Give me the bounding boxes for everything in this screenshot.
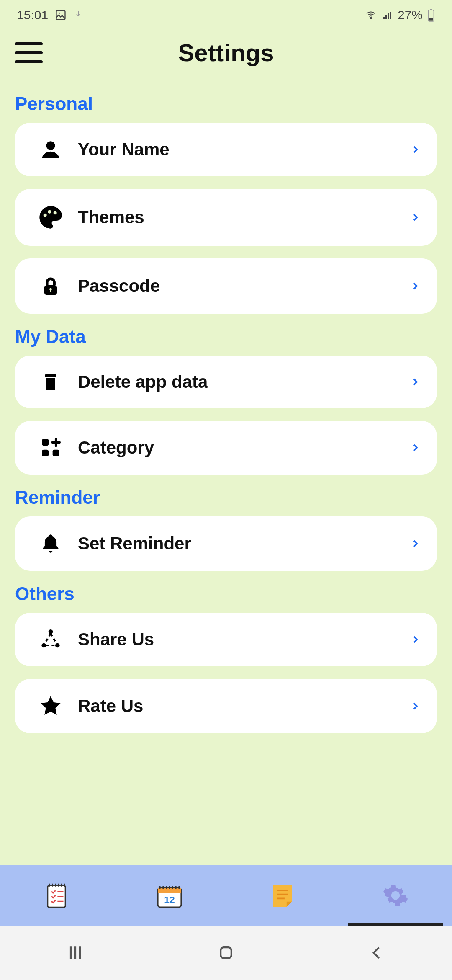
content: Personal Your Name Themes Passcode My Da… bbox=[0, 83, 452, 865]
bell-icon bbox=[40, 531, 62, 556]
share-icon bbox=[39, 628, 62, 651]
download-icon bbox=[73, 9, 83, 21]
row-rate-us[interactable]: Rate Us bbox=[15, 679, 437, 733]
svg-point-12 bbox=[48, 210, 51, 214]
page-title: Settings bbox=[15, 39, 437, 67]
gear-icon bbox=[383, 882, 408, 908]
svg-rect-9 bbox=[429, 18, 433, 21]
svg-rect-17 bbox=[45, 374, 56, 377]
wifi-icon bbox=[364, 10, 378, 20]
svg-point-11 bbox=[44, 214, 47, 217]
svg-rect-16 bbox=[50, 290, 51, 292]
chevron-right-icon bbox=[410, 698, 420, 714]
row-label: Share Us bbox=[69, 629, 410, 650]
svg-rect-20 bbox=[42, 450, 49, 456]
row-label: Passcode bbox=[69, 276, 410, 296]
svg-point-22 bbox=[49, 629, 53, 634]
app-header: Settings bbox=[0, 30, 452, 83]
row-label: Set Reminder bbox=[69, 534, 410, 554]
system-nav bbox=[0, 926, 452, 980]
nav-settings[interactable] bbox=[339, 865, 452, 926]
row-delete-app-data[interactable]: Delete app data bbox=[15, 356, 437, 408]
svg-rect-0 bbox=[56, 11, 65, 20]
row-label: Themes bbox=[69, 207, 410, 227]
signal-icon bbox=[382, 10, 393, 20]
palette-icon bbox=[37, 204, 64, 231]
chevron-right-icon bbox=[410, 141, 420, 158]
image-icon bbox=[55, 9, 67, 21]
bottom-nav: 12 bbox=[0, 865, 452, 926]
nav-documents[interactable] bbox=[226, 865, 339, 926]
note-icon bbox=[271, 883, 294, 908]
status-time: 15:01 bbox=[17, 8, 48, 22]
category-icon bbox=[39, 436, 62, 459]
svg-rect-5 bbox=[388, 13, 389, 19]
svg-rect-29 bbox=[221, 947, 231, 958]
row-category[interactable]: Category bbox=[15, 421, 437, 475]
row-your-name[interactable]: Your Name bbox=[15, 123, 437, 176]
svg-rect-3 bbox=[383, 17, 385, 19]
svg-point-23 bbox=[41, 643, 46, 648]
section-mydata-title: My Data bbox=[15, 326, 437, 347]
section-others-title: Others bbox=[15, 583, 437, 604]
recent-apps-icon[interactable] bbox=[66, 944, 85, 962]
row-passcode[interactable]: Passcode bbox=[15, 258, 437, 314]
svg-rect-8 bbox=[430, 9, 432, 10]
nav-calendar[interactable]: 12 bbox=[113, 865, 226, 926]
back-icon[interactable] bbox=[367, 944, 386, 962]
home-icon[interactable] bbox=[217, 944, 235, 962]
chevron-right-icon bbox=[410, 439, 420, 456]
person-icon bbox=[39, 138, 62, 161]
row-set-reminder[interactable]: Set Reminder bbox=[15, 516, 437, 571]
lock-icon bbox=[40, 273, 62, 299]
chevron-right-icon bbox=[410, 374, 420, 390]
battery-percent: 27% bbox=[398, 8, 423, 22]
svg-point-1 bbox=[59, 13, 60, 14]
battery-icon bbox=[427, 8, 435, 22]
row-label: Your Name bbox=[69, 139, 410, 160]
notes-icon bbox=[44, 882, 69, 909]
chevron-right-icon bbox=[410, 209, 420, 226]
section-personal-title: Personal bbox=[15, 93, 437, 114]
svg-rect-6 bbox=[390, 12, 391, 19]
row-label: Rate Us bbox=[69, 696, 410, 716]
svg-rect-18 bbox=[46, 378, 55, 390]
chevron-right-icon bbox=[410, 278, 420, 294]
row-label: Category bbox=[69, 438, 410, 458]
svg-point-24 bbox=[55, 643, 60, 648]
svg-text:12: 12 bbox=[164, 894, 175, 905]
row-share-us[interactable]: Share Us bbox=[15, 613, 437, 666]
status-bar: 15:01 27% bbox=[0, 0, 452, 30]
chevron-right-icon bbox=[410, 535, 420, 552]
row-themes[interactable]: Themes bbox=[15, 189, 437, 246]
svg-point-10 bbox=[46, 141, 55, 150]
svg-rect-4 bbox=[385, 15, 387, 19]
nav-notes[interactable] bbox=[0, 865, 113, 926]
section-reminder-title: Reminder bbox=[15, 487, 437, 508]
svg-rect-19 bbox=[42, 439, 49, 446]
svg-rect-21 bbox=[53, 450, 59, 456]
calendar-icon: 12 bbox=[156, 882, 183, 908]
svg-point-2 bbox=[370, 18, 371, 19]
row-label: Delete app data bbox=[69, 372, 410, 392]
trash-icon bbox=[41, 371, 61, 393]
chevron-right-icon bbox=[410, 631, 420, 648]
star-icon bbox=[39, 694, 63, 718]
svg-point-13 bbox=[54, 211, 57, 214]
